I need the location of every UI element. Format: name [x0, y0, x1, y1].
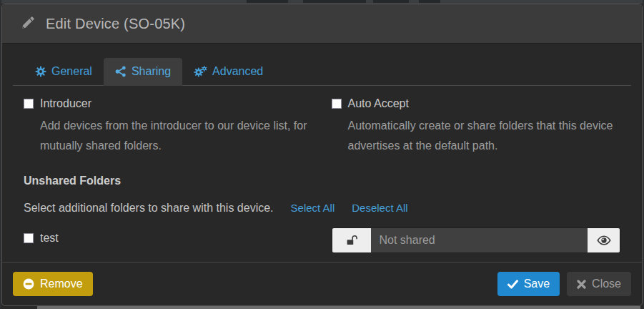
save-button-label: Save [524, 278, 550, 290]
background-fragment [303, 0, 366, 3]
folder-password-group [332, 227, 621, 253]
introducer-checkbox-row[interactable]: Introducer [24, 97, 313, 110]
background-fragment [419, 0, 440, 3]
auto-accept-option: Auto Accept Automatically create or shar… [332, 97, 621, 156]
select-all-link[interactable]: Select All [291, 202, 335, 214]
tab-bar: General [13, 58, 631, 86]
folder-select-description: Select additional folders to share with … [24, 202, 274, 215]
close-button-label: Close [592, 278, 621, 290]
introducer-help-text: Add devices from the introducer to our d… [40, 116, 313, 156]
tab-label: General [51, 65, 92, 78]
save-button[interactable]: Save [497, 272, 560, 296]
modal-footer: Remove Save Close [2, 262, 642, 305]
introducer-label: Introducer [40, 97, 91, 110]
close-button[interactable]: Close [567, 272, 631, 296]
modal-title: Edit Device (SO-05K) [46, 16, 185, 32]
modal-header: Edit Device (SO-05K) [2, 4, 642, 44]
folder-test-label: test [40, 232, 59, 245]
tab-label: Advanced [212, 65, 263, 78]
options-row: Introducer Add devices from the introduc… [13, 86, 631, 156]
deselect-all-link[interactable]: Deselect All [352, 202, 407, 214]
remove-button[interactable]: Remove [13, 272, 93, 296]
auto-accept-help-text: Automatically create or share folders th… [348, 116, 621, 156]
tab-sharing[interactable]: Sharing [104, 58, 182, 86]
pencil-icon [21, 15, 36, 33]
auto-accept-checkbox-row[interactable]: Auto Accept [332, 97, 621, 110]
unlock-icon [332, 228, 371, 252]
folder-password-input[interactable] [371, 228, 588, 252]
check-icon [507, 280, 518, 289]
modal-body: General [2, 44, 642, 262]
unshared-folders-heading: Unshared Folders [13, 156, 631, 187]
remove-button-label: Remove [40, 278, 83, 290]
tab-general[interactable]: General [24, 58, 104, 86]
auto-accept-checkbox[interactable] [332, 99, 342, 109]
eye-icon[interactable] [587, 228, 620, 252]
background-page-sliver [37, 306, 640, 309]
share-icon [115, 66, 127, 77]
edit-device-modal: Edit Device (SO-05K) [1, 4, 643, 306]
tab-advanced[interactable]: Advanced [182, 58, 274, 86]
introducer-checkbox[interactable] [24, 99, 34, 109]
gear-icon [35, 66, 46, 77]
tab-label: Sharing [132, 65, 171, 78]
gears-icon [194, 66, 207, 77]
introducer-option: Introducer Add devices from the introduc… [24, 97, 313, 156]
folder-list-row: test [13, 215, 631, 253]
edit-device-dialog: Edit Device (SO-05K) [0, 0, 644, 309]
background-fragment [373, 0, 409, 3]
folder-checkbox-row[interactable]: test [24, 232, 313, 245]
x-icon [577, 280, 586, 289]
auto-accept-label: Auto Accept [348, 97, 409, 110]
folder-select-row: Select additional folders to share with … [13, 187, 631, 215]
minus-circle-icon [23, 278, 34, 290]
folder-test-checkbox[interactable] [24, 233, 34, 243]
background-fragment [247, 0, 288, 3]
